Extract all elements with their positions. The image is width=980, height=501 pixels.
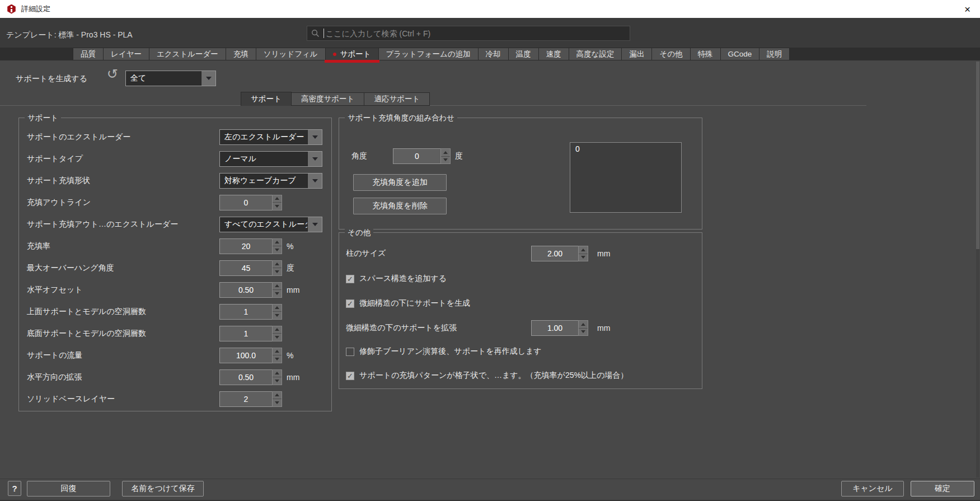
tab-advanced-settings[interactable]: 高度な設定 (569, 48, 622, 60)
spin-up-icon[interactable] (579, 246, 588, 254)
spin-up-icon[interactable] (273, 283, 282, 291)
confirm-button[interactable]: 確定 (911, 481, 974, 497)
vertical-scrollbar[interactable] (976, 62, 979, 477)
reset-icon[interactable]: ↺ (107, 66, 118, 82)
tab-layer[interactable]: レイヤー (104, 48, 149, 60)
spin-value[interactable]: 0 (219, 195, 272, 210)
search-box[interactable] (307, 26, 630, 41)
spin-value[interactable]: 20 (219, 238, 272, 254)
pillar-size-spinbox[interactable]: 2.00 (531, 246, 588, 261)
angle-listbox[interactable]: 0 (570, 142, 682, 213)
support-type-dropdown[interactable]: ノーマル (219, 151, 322, 167)
angle-spinbox[interactable]: 0 (393, 148, 451, 164)
spin-down-icon[interactable] (273, 290, 282, 297)
add-infill-angle-button[interactable]: 充填角度を追加 (353, 174, 447, 191)
max-overhang-spinbox[interactable]: 45 (219, 260, 282, 276)
tab-platform-addition[interactable]: プラットフォームの追加 (379, 48, 479, 60)
dropdown-arrow-icon[interactable] (201, 71, 215, 86)
support-extruder-dropdown[interactable]: 左のエクストルーダー (219, 129, 322, 145)
subtab-support[interactable]: サポート (241, 92, 292, 106)
support-flowrate-spinbox[interactable]: 100.0 (219, 348, 282, 363)
tab-temperature[interactable]: 温度 (509, 48, 539, 60)
spin-down-icon[interactable] (273, 399, 282, 406)
spin-value[interactable]: 2.00 (531, 246, 578, 261)
dropdown-arrow-icon[interactable] (307, 174, 322, 188)
spin-up-icon[interactable] (273, 392, 282, 400)
spin-value[interactable]: 100.0 (219, 348, 272, 363)
tab-ooze[interactable]: 漏出 (622, 48, 652, 60)
save-as-button[interactable]: 名前をつけて保存 (122, 481, 204, 497)
infill-extruder-dropdown[interactable]: すべてのエクストルーダ (219, 217, 322, 232)
generate-support-dropdown[interactable]: 全て (125, 71, 216, 86)
spin-up-icon[interactable] (273, 326, 282, 334)
spin-value[interactable]: 2 (219, 391, 272, 407)
spin-up-icon[interactable] (273, 305, 282, 312)
horizontal-offset-spinbox[interactable]: 0.50 (219, 282, 282, 298)
tab-speed[interactable]: 速度 (539, 48, 569, 60)
spin-up-icon[interactable] (273, 348, 282, 356)
spin-down-icon[interactable] (579, 254, 588, 261)
spin-value[interactable]: 1 (219, 326, 272, 341)
dropdown-arrow-icon[interactable] (307, 130, 322, 144)
spin-down-icon[interactable] (273, 312, 282, 319)
spin-down-icon[interactable] (441, 157, 450, 164)
tab-infill[interactable]: 充填 (226, 48, 256, 60)
infill-outline-spinbox[interactable]: 0 (219, 195, 282, 210)
tab-extruder[interactable]: エクストルーダー (149, 48, 226, 60)
angle-list-item[interactable]: 0 (575, 144, 676, 153)
spin-down-icon[interactable] (579, 329, 588, 336)
spin-value[interactable]: 0.50 (219, 282, 272, 298)
spin-value[interactable]: 1 (219, 304, 272, 320)
spin-up-icon[interactable] (273, 195, 282, 203)
spin-up-icon[interactable] (273, 261, 282, 269)
spin-up-icon[interactable] (273, 370, 282, 378)
spin-down-icon[interactable] (273, 268, 282, 275)
solid-base-layers-spinbox[interactable]: 2 (219, 391, 282, 407)
spin-down-icon[interactable] (273, 203, 282, 210)
subtab-adaptive-support[interactable]: 適応サポート (364, 92, 430, 106)
tab-cooling[interactable]: 冷却 (479, 48, 509, 60)
infill-ratio-spinbox[interactable]: 20 (219, 238, 282, 254)
scrollbar-handle[interactable] (976, 62, 979, 249)
tab-special[interactable]: 特殊 (691, 48, 721, 60)
modifier-boolean-checkbox[interactable] (346, 348, 354, 356)
sparse-structure-checkbox[interactable] (346, 275, 354, 283)
spin-up-icon[interactable] (579, 321, 588, 329)
infill-shape-dropdown[interactable]: 対称ウェーブカーブ (219, 173, 322, 189)
spin-down-icon[interactable] (273, 377, 282, 385)
micro-structure-support-checkbox[interactable] (346, 299, 354, 308)
tab-gcode[interactable]: GCode (721, 48, 760, 60)
tab-support[interactable]: サポート (326, 48, 379, 60)
bottom-gap-layers-spinbox[interactable]: 1 (219, 326, 282, 341)
spin-up-icon[interactable] (273, 239, 282, 247)
cancel-button[interactable]: キャンセル (841, 481, 904, 497)
close-icon[interactable]: × (962, 4, 973, 15)
spin-down-icon[interactable] (273, 355, 282, 363)
checkbox-label[interactable]: スパース構造を追加する (359, 274, 447, 284)
checkbox-label[interactable]: サポートの充填パターンが格子状で、…ます。（充填率が25%以上の場合） (359, 371, 628, 381)
search-input[interactable] (326, 29, 626, 38)
remove-infill-angle-button[interactable]: 充填角度を削除 (353, 198, 447, 214)
restore-button[interactable]: 回復 (27, 481, 110, 497)
dropdown-arrow-icon[interactable] (307, 152, 322, 166)
tab-description[interactable]: 説明 (759, 48, 790, 60)
checkbox-label[interactable]: 修飾子ブーリアン演算後、サポートを再作成します (359, 347, 542, 357)
help-button[interactable]: ? (8, 481, 21, 496)
spin-down-icon[interactable] (273, 246, 282, 254)
spin-value[interactable]: 0 (393, 148, 440, 164)
checkbox-label[interactable]: 微細構造の下にサポートを生成 (359, 298, 470, 308)
grid-pattern-checkbox[interactable] (346, 372, 354, 380)
spin-value[interactable]: 0.50 (219, 369, 272, 385)
spin-value[interactable]: 1.00 (531, 320, 578, 336)
spin-value[interactable]: 45 (219, 260, 272, 276)
micro-support-expand-spinbox[interactable]: 1.00 (531, 320, 588, 336)
tab-others[interactable]: その他 (652, 48, 690, 60)
dropdown-arrow-icon[interactable] (307, 217, 322, 232)
tab-solid-fill[interactable]: ソリッドフィル (256, 48, 326, 60)
tab-quality[interactable]: 品質 (73, 48, 104, 60)
spin-up-icon[interactable] (441, 149, 450, 157)
subtab-dense-support[interactable]: 高密度サポート (292, 92, 364, 106)
spin-down-icon[interactable] (273, 334, 282, 341)
top-gap-layers-spinbox[interactable]: 1 (219, 304, 282, 320)
horizontal-expansion-spinbox[interactable]: 0.50 (219, 369, 282, 385)
